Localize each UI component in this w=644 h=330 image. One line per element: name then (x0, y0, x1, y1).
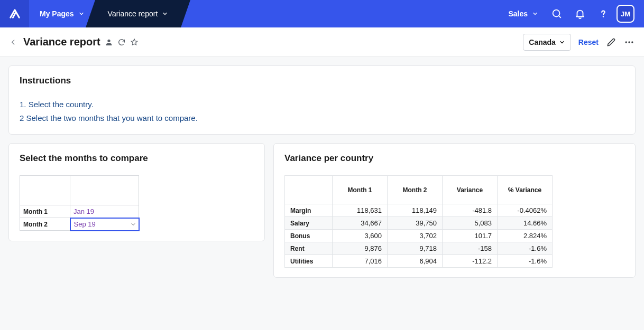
chevron-down-icon (78, 11, 85, 17)
help-icon (597, 8, 609, 20)
bell-icon (574, 8, 586, 20)
table-row (20, 176, 139, 205)
search-button[interactable] (547, 4, 567, 24)
variance-table: Month 1 Month 2 Variance % Variance Marg… (284, 175, 553, 268)
col-header-pct-variance: % Variance (498, 176, 553, 204)
row-label: Bonus (285, 230, 333, 242)
table-row: Margin 118,631 118,149 -481.8 -0.4062% (285, 204, 553, 217)
variance-card: Variance per country Month 1 Month 2 Var… (273, 143, 636, 278)
row-label: Salary (285, 217, 333, 230)
country-select[interactable]: Canada (523, 34, 571, 51)
search-icon (551, 8, 563, 20)
cell-pct[interactable]: -0.4062% (498, 204, 553, 217)
col-header-variance: Variance (443, 176, 498, 204)
chevron-down-icon (162, 11, 168, 17)
cell-m2[interactable]: 39,750 (388, 217, 443, 230)
cell-pct[interactable]: 2.824% (498, 230, 553, 242)
cell-m1[interactable]: 118,631 (333, 204, 388, 217)
cell-m2[interactable]: 3,702 (388, 230, 443, 242)
month1-label: Month 1 (20, 205, 70, 218)
app-logo[interactable] (0, 0, 29, 27)
svg-point-1 (603, 16, 604, 17)
table-row: Salary 34,667 39,750 5,083 14.66% (285, 217, 553, 230)
nav-tab-label: Variance report (108, 10, 158, 18)
variance-title: Variance per country (284, 153, 624, 164)
cell-m2[interactable]: 118,149 (388, 204, 443, 217)
cell-m1[interactable]: 9,876 (333, 242, 388, 255)
cell-m1[interactable]: 3,600 (333, 230, 388, 242)
avatar-initials: JM (621, 10, 630, 18)
col-header-month2: Month 2 (388, 176, 443, 204)
chevron-down-icon (559, 39, 565, 45)
empty-header-cell (70, 176, 139, 205)
svg-point-3 (625, 41, 627, 43)
svg-point-4 (628, 41, 630, 43)
table-row: Month 1 Jan 19 (20, 205, 139, 218)
cell-m1[interactable]: 34,667 (333, 217, 388, 230)
instructions-card: Instructions 1. Select the country. 2 Se… (8, 65, 636, 135)
cell-pct[interactable]: 14.66% (498, 217, 553, 230)
country-select-label: Canada (529, 38, 556, 46)
person-icon[interactable] (105, 38, 113, 46)
cell-pct[interactable]: -1.6% (498, 242, 553, 255)
month-selector-card: Select the months to compare Month 1 Jan… (8, 143, 265, 241)
page-header: Variance report Canada Reset (0, 27, 644, 57)
cell-var[interactable]: 5,083 (443, 217, 498, 230)
instructions-line-2: 2 Select the two months that you want to… (20, 111, 624, 125)
cell-pct[interactable]: -1.6% (498, 255, 553, 268)
month2-label: Month 2 (20, 218, 70, 231)
svg-point-2 (107, 39, 110, 42)
empty-header-cell (285, 176, 333, 204)
header-right: Canada Reset (523, 34, 634, 51)
cell-m1[interactable]: 7,016 (333, 255, 388, 268)
cell-m2[interactable]: 9,718 (388, 242, 443, 255)
chevron-down-icon (532, 11, 538, 17)
table-row: Month 2 Sep 19 (20, 218, 139, 231)
empty-header-cell (20, 176, 70, 205)
month-selector-table: Month 1 Jan 19 Month 2 Sep 19 (20, 175, 140, 231)
star-icon[interactable] (130, 38, 139, 46)
refresh-icon[interactable] (117, 38, 126, 46)
title-icon-group (105, 38, 139, 46)
col-header-month1: Month 1 (333, 176, 388, 204)
svg-point-5 (631, 41, 633, 43)
cell-var[interactable]: -481.8 (443, 204, 498, 217)
month2-value: Sep 19 (74, 220, 96, 228)
instructions-line-1: 1. Select the country. (20, 98, 624, 111)
chevron-down-icon (130, 221, 136, 228)
row-label: Utilities (285, 255, 333, 268)
table-row: Utilities 7,016 6,904 -112.2 -1.6% (285, 255, 553, 268)
top-nav: My Pages Variance report Sales JM (0, 0, 644, 27)
row-label: Rent (285, 242, 333, 255)
nav-sales[interactable]: Sales (503, 0, 544, 27)
more-button[interactable] (624, 37, 634, 48)
nav-right: Sales JM (503, 0, 644, 27)
nav-tab-variance-report[interactable]: Variance report (95, 0, 181, 27)
nav-sales-label: Sales (508, 10, 528, 18)
row-label: Margin (285, 204, 333, 217)
month1-value-cell[interactable]: Jan 19 (70, 205, 139, 218)
month-selector-title: Select the months to compare (20, 153, 254, 164)
cell-var[interactable]: 101.7 (443, 230, 498, 242)
table-row: Rent 9,876 9,718 -158 -1.6% (285, 242, 553, 255)
table-row: Bonus 3,600 3,702 101.7 2.824% (285, 230, 553, 242)
page-title: Variance report (23, 36, 100, 48)
edit-button[interactable] (606, 37, 617, 48)
cell-var[interactable]: -158 (443, 242, 498, 255)
month2-select[interactable]: Sep 19 (70, 218, 139, 231)
reset-button[interactable]: Reset (578, 38, 599, 46)
nav-my-pages-label: My Pages (40, 10, 74, 18)
cell-m2[interactable]: 6,904 (388, 255, 443, 268)
help-button[interactable] (593, 4, 613, 24)
cell-var[interactable]: -112.2 (443, 255, 498, 268)
notifications-button[interactable] (570, 4, 590, 24)
avatar[interactable]: JM (617, 5, 634, 23)
instructions-title: Instructions (20, 76, 624, 86)
table-header-row: Month 1 Month 2 Variance % Variance (285, 176, 553, 204)
back-button[interactable] (10, 39, 17, 46)
content-area: Instructions 1. Select the country. 2 Se… (0, 57, 644, 286)
